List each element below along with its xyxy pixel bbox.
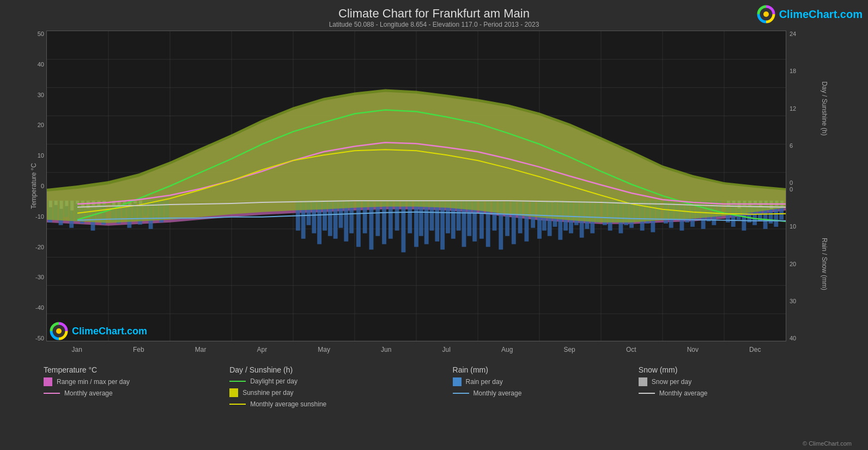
legend-item-temp-range: Range min / max per day	[44, 377, 229, 386]
svg-rect-67	[414, 201, 418, 247]
legend-line-snow-avg	[639, 393, 655, 394]
x-axis-labels: Jan Feb Mar Apr May Jun Jul Aug Sep Oct …	[46, 341, 786, 358]
chart-area	[46, 31, 786, 341]
legend-swatch-rain	[453, 377, 462, 386]
chart-svg	[47, 31, 786, 341]
legend-col-snow: Snow (mm) Snow per day Monthly average	[639, 365, 824, 408]
logo-icon	[756, 4, 776, 24]
legend-swatch-temp-range	[44, 377, 52, 386]
logo-bottom-left: ClimeChart.com	[49, 321, 147, 341]
logo-bottom-left-text: ClimeChart.com	[72, 326, 147, 337]
subtitle: Latitude 50.088 - Longitude 8.654 - Elev…	[0, 21, 868, 28]
legend-line-rain-avg	[453, 393, 469, 394]
legend-line-sunshine-avg	[229, 404, 246, 405]
logo-text: ClimeChart.com	[779, 8, 863, 21]
y-axis-right-sunshine: 24 18 12 6 0	[786, 31, 819, 186]
logo-top-right: ClimeChart.com	[756, 4, 863, 24]
y-axis-left-label: Temperature °C	[30, 163, 38, 209]
y-axis-right-sunshine-label: Day / Sunshine (h)	[821, 76, 828, 141]
y-axis-left: Temperature °C 50 40 30 20 10 0 -10 -20 …	[11, 31, 46, 341]
svg-point-163	[56, 328, 62, 334]
page-container: ClimeChart.com Climate Chart for Frankfu…	[0, 0, 868, 450]
svg-rect-65	[401, 201, 405, 253]
svg-point-1	[763, 11, 769, 17]
legend-title-snow: Snow (mm)	[639, 365, 824, 374]
title-area: Climate Chart for Frankfurt am Main Lati…	[0, 0, 868, 31]
main-title: Climate Chart for Frankfurt am Main	[0, 7, 868, 21]
svg-marker-161	[47, 89, 786, 223]
legend-col-rain: Rain (mm) Rain per day Monthly average	[453, 365, 639, 408]
svg-rect-60	[369, 201, 374, 250]
legend-item-sunshine-bar: Sunshine per day	[229, 388, 452, 397]
legend-line-temp-avg	[44, 393, 60, 394]
y-axis-right-rain: 0 10 20 30 40	[786, 186, 819, 341]
logo-bottom-left-icon	[49, 321, 69, 341]
y-axis-right-rain-label: Rain / Snow (mm)	[821, 231, 828, 297]
legend-swatch-sunshine	[229, 388, 238, 397]
legend-item-daylight: Daylight per day	[229, 377, 452, 385]
legend-area: Temperature °C Range min / max per day M…	[44, 365, 824, 408]
svg-rect-72	[440, 201, 445, 250]
legend-item-temp-avg: Monthly average	[44, 389, 229, 397]
legend-item-rain-avg: Monthly average	[453, 389, 639, 397]
legend-item-snow-avg: Monthly average	[639, 389, 824, 397]
y-axis-right: 24 18 12 6 0 Day / Sunshine (h) 0 10 20 …	[786, 31, 857, 341]
legend-title-temperature: Temperature °C	[44, 365, 229, 374]
legend-swatch-snow	[639, 377, 647, 386]
legend-item-rain-bar: Rain per day	[453, 377, 639, 386]
copyright: © ClimeChart.com	[803, 440, 852, 447]
svg-rect-62	[382, 201, 386, 244]
legend-col-temperature: Temperature °C Range min / max per day M…	[44, 365, 229, 408]
legend-item-snow-bar: Snow per day	[639, 377, 824, 386]
legend-item-sunshine-avg: Monthly average sunshine	[229, 400, 452, 408]
svg-rect-69	[424, 201, 429, 244]
legend-title-rain: Rain (mm)	[453, 365, 639, 374]
legend-title-sunshine: Day / Sunshine (h)	[229, 365, 452, 374]
legend-col-sunshine: Day / Sunshine (h) Daylight per day Suns…	[229, 365, 452, 408]
legend-line-daylight	[229, 381, 246, 382]
x-axis-row: Jan Feb Mar Apr May Jun Jul Aug Sep Oct …	[11, 341, 857, 358]
